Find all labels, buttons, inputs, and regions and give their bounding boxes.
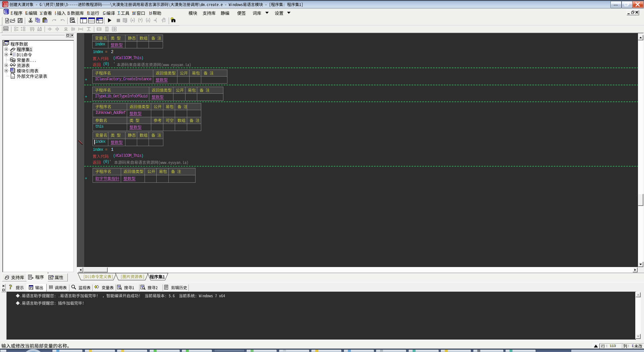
svg-text:?: ? bbox=[9, 284, 12, 291]
svg-text:e: e bbox=[5, 42, 7, 45]
